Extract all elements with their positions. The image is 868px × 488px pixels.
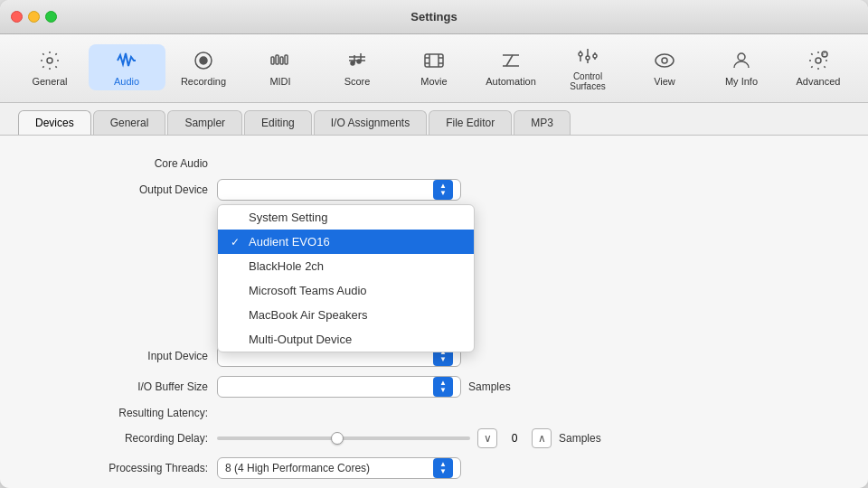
tab-file-editor[interactable]: File Editor [429,110,512,135]
tab-devices[interactable]: Devices [18,110,91,135]
toolbar-item-midi[interactable]: MIDI [242,44,319,90]
tab-general[interactable]: General [93,110,166,135]
main-content: Core Audio Output Device ▲ ▼ System Sett… [0,136,868,488]
dropdown-item-multi-output[interactable]: Multi-Output Device [218,327,474,352]
toolbar-label-control-surfaces: Control Surfaces [555,71,621,91]
control-surfaces-icon [577,43,599,69]
toolbar-item-audio[interactable]: Audio [89,44,165,90]
svg-rect-6 [285,55,288,64]
svg-rect-4 [276,55,278,64]
traffic-lights [11,11,57,23]
output-device-label: Output Device [27,183,208,196]
toolbar-item-automation[interactable]: Automation [473,44,550,90]
recording-delay-slider[interactable] [217,436,470,440]
svg-line-22 [506,55,513,66]
output-chevron-icon[interactable]: ▲ ▼ [433,180,453,200]
svg-point-26 [579,52,582,56]
toolbar-item-general[interactable]: General [12,44,89,90]
svg-point-30 [662,58,667,63]
tab-sampler[interactable]: Sampler [167,110,242,135]
person-icon [731,48,752,73]
svg-rect-13 [425,54,443,67]
dropdown-item-audient-evo16[interactable]: ✓ Audient EVO16 [218,230,474,254]
toolbar-item-my-info[interactable]: My Info [703,44,780,90]
svg-rect-3 [271,57,274,64]
toolbar-label-my-info: My Info [725,76,758,87]
recording-delay-stepper: ∨ 0 ∧ [477,428,552,448]
output-device-select[interactable]: ▲ ▼ [217,179,461,201]
samples-label-2: Samples [559,432,601,445]
output-device-row: Output Device ▲ ▼ System Setting ✓ Audie… [27,179,841,201]
io-buffer-size-row: I/O Buffer Size ▲ ▼ Samples [27,376,841,398]
toolbar-item-movie[interactable]: Movie [396,44,473,90]
svg-point-27 [586,56,590,60]
svg-point-29 [656,54,674,67]
processing-threads-chevron-icon[interactable]: ▲ ▼ [433,458,453,478]
toolbar-label-advanced: Advanced [797,76,841,87]
processing-threads-value: 8 (4 High Performance Cores) [225,462,370,474]
svg-point-0 [47,58,52,63]
toolbar-label-movie: Movie [420,76,447,87]
recording-delay-row: Recording Delay: ∨ 0 ∧ Samples [27,428,841,448]
io-buffer-select[interactable]: ▲ ▼ [217,376,461,398]
tab-mp3[interactable]: MP3 [514,110,571,135]
resulting-latency-label: Resulting Latency: [27,407,208,419]
tabbar: Devices General Sampler Editing I/O Assi… [0,103,868,136]
toolbar-label-recording: Recording [181,76,226,87]
tab-io-assignments[interactable]: I/O Assignments [314,110,427,135]
maximize-button[interactable] [45,11,57,23]
svg-point-2 [200,57,207,64]
stepper-value: 0 [501,432,528,445]
audio-wave-icon [116,48,137,73]
stepper-down-btn[interactable]: ∨ [477,428,497,448]
core-audio-label: Core Audio [27,157,208,170]
input-device-label: Input Device [27,350,208,362]
output-device-dropdown[interactable]: System Setting ✓ Audient EVO16 BlackHole… [217,204,475,352]
dropdown-item-microsoft-teams[interactable]: Microsoft Teams Audio [218,278,474,303]
gear-icon [39,48,61,73]
io-buffer-chevron-icon[interactable]: ▲ ▼ [433,377,453,397]
toolbar-item-view[interactable]: View [627,44,703,90]
io-buffer-size-label: I/O Buffer Size [27,380,208,393]
toolbar-label-automation: Automation [486,76,536,87]
processing-threads-row: Processing Threads: 8 (4 High Performanc… [27,457,841,479]
toolbar-label-general: General [32,76,67,87]
toolbar-label-score: Score [344,76,371,87]
toolbar-item-score[interactable]: Score [319,44,396,90]
processing-threads-label: Processing Threads: [27,462,208,474]
settings-window: Settings General Audio [0,0,868,488]
close-button[interactable] [11,11,23,23]
midi-icon [269,48,291,73]
toolbar-item-advanced[interactable]: Advanced [780,44,857,90]
toolbar-label-view: View [654,76,675,87]
svg-rect-5 [280,57,283,64]
samples-label-1: Samples [468,380,511,393]
toolbar-item-recording[interactable]: Recording [165,44,242,90]
advanced-gear-icon [807,48,829,73]
resulting-latency-row: Resulting Latency: [27,407,841,419]
toolbar-label-midi: MIDI [269,76,290,87]
svg-point-31 [738,53,745,61]
svg-point-32 [816,58,821,63]
toolbar-label-audio: Audio [114,76,139,87]
minimize-button[interactable] [28,11,40,23]
dropdown-item-system-setting[interactable]: System Setting [218,205,474,230]
automation-icon [500,48,522,73]
window-title: Settings [410,10,457,23]
score-icon [346,48,368,73]
titlebar: Settings [0,0,868,34]
tab-editing[interactable]: Editing [244,110,312,135]
recording-delay-label: Recording Delay: [27,432,208,445]
toolbar: General Audio Recording [0,34,868,103]
movie-icon [423,48,445,73]
toolbar-item-control-surfaces[interactable]: Control Surfaces [550,40,627,95]
stepper-up-btn[interactable]: ∧ [532,428,552,448]
processing-threads-select[interactable]: 8 (4 High Performance Cores) ▲ ▼ [217,457,461,479]
dropdown-item-macbook-air[interactable]: MacBook Air Speakers [218,303,474,327]
core-audio-row: Core Audio [27,157,841,170]
svg-point-28 [593,54,597,58]
view-icon [654,48,675,73]
dropdown-item-blackhole-2ch[interactable]: BlackHole 2ch [218,254,474,278]
record-icon [193,48,214,73]
